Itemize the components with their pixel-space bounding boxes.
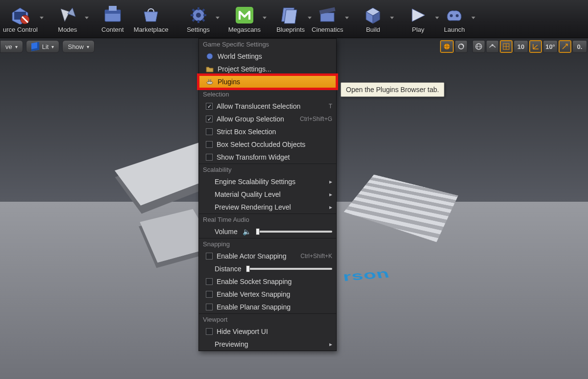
settings-button[interactable]: Settings xyxy=(180,2,217,36)
menu-item-enable-actor-snap[interactable]: Enable Actor Snapping Ctrl+Shift+K xyxy=(199,250,336,262)
content-button[interactable]: Content xyxy=(95,2,131,36)
checkbox-icon xyxy=(206,328,213,335)
modes-icon xyxy=(57,5,78,25)
dropdown-icon xyxy=(471,17,475,19)
menu-item-material-quality[interactable]: Material Quality Level ▸ xyxy=(199,188,336,201)
cube-icon xyxy=(31,42,39,51)
cinematics-label: Cinematics xyxy=(312,26,343,33)
section-header: Real Time Audio xyxy=(199,213,336,225)
svg-point-22 xyxy=(456,14,459,17)
svg-point-33 xyxy=(207,81,213,84)
svg-rect-34 xyxy=(208,79,209,82)
globe-icon xyxy=(206,52,214,60)
checkbox-icon xyxy=(206,116,213,122)
megascans-icon xyxy=(234,5,255,25)
transform-mode-icon[interactable] xyxy=(440,40,454,53)
menu-item-show-transform[interactable]: Show Transform Widget xyxy=(199,151,336,164)
megascans-label: Megascans xyxy=(228,26,261,33)
content-icon xyxy=(102,5,123,25)
menu-item-strict-box[interactable]: Strict Box Selection xyxy=(199,125,336,138)
clapper-icon xyxy=(317,5,338,25)
chevron-right-icon: ▸ xyxy=(329,178,332,185)
volume-slider[interactable] xyxy=(256,231,332,233)
menu-item-plugins[interactable]: Plugins xyxy=(199,75,336,88)
volume-label: Volume xyxy=(215,228,238,236)
dropdown-icon xyxy=(390,17,394,19)
content-label: Content xyxy=(101,26,124,33)
modes-button[interactable]: Modes xyxy=(49,2,86,36)
menu-item-preview-rendering[interactable]: Preview Rendering Level ▸ xyxy=(199,201,336,213)
play-label: Play xyxy=(412,26,424,33)
checkbox-icon xyxy=(206,291,213,298)
menu-item-project-settings[interactable]: Project Settings... xyxy=(199,63,336,75)
menu-item-allow-translucent[interactable]: Allow Translucent Selection T xyxy=(199,100,336,113)
build-label: Build xyxy=(366,26,380,33)
svg-rect-5 xyxy=(109,6,117,11)
checkbox-icon xyxy=(206,141,213,148)
svg-point-7 xyxy=(196,13,201,18)
section-header: Selection xyxy=(199,88,336,100)
globe-icon[interactable] xyxy=(472,40,485,53)
grid-snap-value[interactable]: 10 xyxy=(514,40,528,53)
menu-item-engine-scalability[interactable]: Engine Scalability Settings ▸ xyxy=(199,175,336,188)
svg-rect-19 xyxy=(320,13,334,22)
marketplace-label: Marketplace xyxy=(134,26,169,33)
plugin-icon xyxy=(206,78,214,86)
angle-snap-value[interactable]: 10° xyxy=(543,40,558,53)
svg-rect-35 xyxy=(210,79,211,82)
gear-icon xyxy=(188,5,209,25)
blueprints-icon xyxy=(280,5,301,25)
surface-snap-icon[interactable] xyxy=(486,40,499,53)
show-pill[interactable]: Show▾ xyxy=(62,40,95,53)
blueprints-label: Blueprints xyxy=(276,26,305,33)
checkbox-icon xyxy=(206,128,213,135)
menu-item-enable-planar-snap[interactable]: Enable Planar Snapping xyxy=(199,301,336,313)
angle-snap-icon[interactable] xyxy=(529,40,542,53)
speaker-icon: 🔈 xyxy=(243,228,251,236)
volume-row: Volume 🔈 xyxy=(199,225,336,238)
settings-label: Settings xyxy=(187,26,210,33)
launch-button[interactable]: Launch xyxy=(436,2,472,36)
svg-rect-18 xyxy=(284,10,297,24)
dropdown-icon xyxy=(263,17,267,19)
source-control-icon xyxy=(9,5,31,25)
scale-snap-icon[interactable] xyxy=(559,40,571,53)
grid-snap-icon[interactable] xyxy=(500,40,513,53)
perspective-pill[interactable]: ve▾ xyxy=(0,40,23,53)
menu-item-enable-vertex-snap[interactable]: Enable Vertex Snapping xyxy=(199,288,336,301)
coord-space-icon[interactable] xyxy=(455,40,467,53)
svg-line-15 xyxy=(202,9,204,11)
modes-label: Modes xyxy=(58,26,77,33)
menu-item-world-settings[interactable]: World Settings xyxy=(199,50,336,63)
section-header: Viewport xyxy=(199,313,336,325)
blueprints-button[interactable]: Blueprints xyxy=(272,2,309,36)
main-toolbar: urce Control Modes Content Marketplace S… xyxy=(0,0,588,38)
gamepad-icon xyxy=(443,5,465,25)
lit-pill[interactable]: Lit▾ xyxy=(26,40,60,53)
tooltip: Open the Plugins Browser tab. xyxy=(341,82,444,97)
dropdown-icon xyxy=(85,17,89,19)
marketplace-button[interactable]: Marketplace xyxy=(131,2,172,36)
section-header: Scalability xyxy=(199,164,336,175)
megascans-button[interactable]: Megascans xyxy=(225,2,264,36)
source-control-button[interactable]: urce Control xyxy=(0,2,41,36)
menu-item-hide-viewport-ui[interactable]: Hide Viewport UI xyxy=(199,325,336,338)
viewport-pills: ve▾ Lit▾ Show▾ xyxy=(0,40,95,53)
chevron-right-icon: ▸ xyxy=(329,204,332,211)
distance-slider[interactable] xyxy=(246,268,332,270)
play-icon xyxy=(407,5,429,25)
menu-item-allow-group[interactable]: Allow Group Selection Ctrl+Shift+G xyxy=(199,113,336,125)
menu-item-enable-socket-snap[interactable]: Enable Socket Snapping xyxy=(199,275,336,288)
menu-item-previewing[interactable]: Previewing ▸ xyxy=(199,338,336,351)
section-header: Game Specific Settings xyxy=(199,39,336,50)
cinematics-button[interactable]: Cinematics xyxy=(309,2,346,36)
menu-item-box-occluded[interactable]: Box Select Occluded Objects xyxy=(199,138,336,151)
cube-icon xyxy=(362,5,384,25)
svg-line-14 xyxy=(193,19,195,21)
dropdown-icon xyxy=(216,17,220,19)
checkbox-icon xyxy=(206,154,213,161)
scale-snap-value[interactable]: 0. xyxy=(572,40,587,53)
play-button[interactable]: Play xyxy=(400,2,436,36)
build-button[interactable]: Build xyxy=(355,2,391,36)
svg-point-28 xyxy=(491,44,493,46)
